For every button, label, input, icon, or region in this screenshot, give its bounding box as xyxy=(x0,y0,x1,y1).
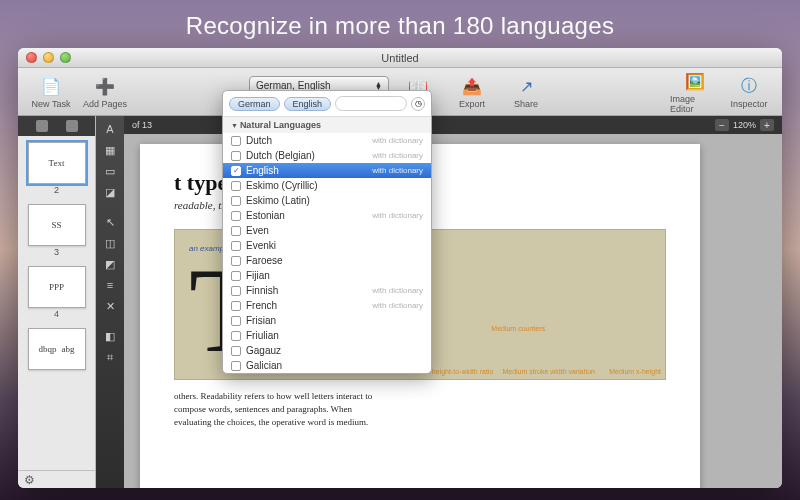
annotation-stroke: Medium stroke width variation xyxy=(502,368,595,375)
picture-area-tool-icon[interactable]: ▭ xyxy=(100,162,120,180)
language-name: Estonian xyxy=(246,210,285,221)
recent-icon[interactable]: ◷ xyxy=(411,97,425,111)
language-name: Faroese xyxy=(246,255,283,266)
language-name: Galician xyxy=(246,360,282,371)
chevron-updown-icon: ▲▼ xyxy=(375,82,382,90)
language-option[interactable]: Galician xyxy=(223,358,431,373)
language-option[interactable]: Fijian xyxy=(223,268,431,283)
window-title: Untitled xyxy=(18,52,782,64)
crop-tool-icon[interactable]: ⌗ xyxy=(100,348,120,366)
language-option[interactable]: Eskimo (Latin) xyxy=(223,193,431,208)
language-pill-german[interactable]: German xyxy=(229,97,280,111)
thumbnails-list[interactable]: Text2SS3PPP4dbqpabg xyxy=(18,136,95,470)
inspector-button[interactable]: ⓘ Inspector xyxy=(724,74,774,109)
language-name: Dutch xyxy=(246,135,272,146)
order-tool-icon[interactable]: ≡ xyxy=(100,276,120,294)
checkbox-icon[interactable] xyxy=(231,136,241,146)
checkbox-icon[interactable] xyxy=(231,301,241,311)
language-pill-english[interactable]: English xyxy=(284,97,332,111)
inspector-label: Inspector xyxy=(730,99,767,109)
share-label: Share xyxy=(514,99,538,109)
tool-palette: A ▦ ▭ ◪ ↖ ◫ ◩ ≡ ✕ ◧ ⌗ xyxy=(96,116,124,488)
checkbox-icon[interactable]: ✓ xyxy=(231,166,241,176)
language-name: Finnish xyxy=(246,285,278,296)
zoom-in-button[interactable]: + xyxy=(760,119,774,131)
language-list[interactable]: Dutchwith dictionaryDutch (Belgian)with … xyxy=(223,133,431,373)
checkbox-icon[interactable] xyxy=(231,241,241,251)
dictionary-badge: with dictionary xyxy=(372,286,423,295)
checkbox-icon[interactable] xyxy=(231,256,241,266)
checkbox-icon[interactable] xyxy=(231,151,241,161)
checkbox-icon[interactable] xyxy=(231,181,241,191)
thumb-view-icon[interactable] xyxy=(36,120,48,132)
thumbnail-page-number: 2 xyxy=(54,185,59,195)
dictionary-badge: with dictionary xyxy=(372,151,423,160)
new-task-button[interactable]: 📄 New Task xyxy=(26,74,76,109)
thumbnail-page[interactable]: dbqpabg xyxy=(28,328,86,370)
checkbox-icon[interactable] xyxy=(231,286,241,296)
thumbnails-footer: ⚙ xyxy=(18,470,95,488)
zoom-value: 120% xyxy=(733,120,756,130)
thumbnail-page[interactable]: Text2 xyxy=(28,142,86,184)
share-button[interactable]: ↗ Share xyxy=(501,74,551,109)
checkbox-icon[interactable] xyxy=(231,196,241,206)
add-part-tool-icon[interactable]: ◫ xyxy=(100,234,120,252)
zoom-out-button[interactable]: − xyxy=(715,119,729,131)
language-popover: German English ◷ Natural Languages Dutch… xyxy=(222,90,432,374)
language-option[interactable]: Frenchwith dictionary xyxy=(223,298,431,313)
checkbox-icon[interactable] xyxy=(231,331,241,341)
delete-tool-icon[interactable]: ✕ xyxy=(100,297,120,315)
language-option[interactable]: Evenki xyxy=(223,238,431,253)
language-name: Even xyxy=(246,225,269,236)
language-section-header[interactable]: Natural Languages xyxy=(223,117,431,133)
dictionary-badge: with dictionary xyxy=(372,166,423,175)
language-option[interactable]: Estonianwith dictionary xyxy=(223,208,431,223)
checkbox-icon[interactable] xyxy=(231,361,241,371)
language-name: English xyxy=(246,165,279,176)
checkbox-icon[interactable] xyxy=(231,211,241,221)
language-option[interactable]: Dutch (Belgian)with dictionary xyxy=(223,148,431,163)
checkbox-icon[interactable] xyxy=(231,226,241,236)
dictionary-badge: with dictionary xyxy=(372,301,423,310)
background-area-tool-icon[interactable]: ◪ xyxy=(100,183,120,201)
cut-part-tool-icon[interactable]: ◩ xyxy=(100,255,120,273)
language-option[interactable]: Frisian xyxy=(223,313,431,328)
add-pages-icon: ➕ xyxy=(91,74,119,98)
language-search-input[interactable] xyxy=(335,96,407,111)
language-name: Eskimo (Cyrillic) xyxy=(246,180,318,191)
thumbnails-header xyxy=(18,116,95,136)
language-option[interactable]: Faroese xyxy=(223,253,431,268)
language-option[interactable]: Finnishwith dictionary xyxy=(223,283,431,298)
thumbnail-page-number: 3 xyxy=(54,247,59,257)
export-label: Export xyxy=(459,99,485,109)
gear-icon[interactable]: ⚙ xyxy=(24,473,35,487)
language-option[interactable]: Even xyxy=(223,223,431,238)
language-name: Fijian xyxy=(246,270,270,281)
annotation-xh: Medium x-height xyxy=(609,368,661,375)
export-button[interactable]: 📤 Export xyxy=(447,74,497,109)
pointer-tool-icon[interactable]: ↖ xyxy=(100,213,120,231)
language-option[interactable]: Gagauz xyxy=(223,343,431,358)
image-editor-button[interactable]: 🖼️ Image Editor xyxy=(670,69,720,114)
language-name: Friulian xyxy=(246,330,279,341)
body-paragraph: others. Readability refers to how well l… xyxy=(174,390,374,429)
language-option[interactable]: Dutchwith dictionary xyxy=(223,133,431,148)
language-name: Frisian xyxy=(246,315,276,326)
inspector-icon: ⓘ xyxy=(735,74,763,98)
checkbox-icon[interactable] xyxy=(231,316,241,326)
list-view-icon[interactable] xyxy=(66,120,78,132)
text-area-tool-icon[interactable]: A xyxy=(100,120,120,138)
checkbox-icon[interactable] xyxy=(231,271,241,281)
language-option[interactable]: ✓Englishwith dictionary xyxy=(223,163,431,178)
language-option[interactable]: Eskimo (Cyrillic) xyxy=(223,178,431,193)
table-area-tool-icon[interactable]: ▦ xyxy=(100,141,120,159)
checkbox-icon[interactable] xyxy=(231,346,241,356)
add-pages-button[interactable]: ➕ Add Pages xyxy=(80,74,130,109)
popover-header: German English ◷ xyxy=(223,91,431,117)
language-name: Dutch (Belgian) xyxy=(246,150,315,161)
thumbnail-page[interactable]: PPP4 xyxy=(28,266,86,308)
image-editor-label: Image Editor xyxy=(670,94,720,114)
thumbnail-page[interactable]: SS3 xyxy=(28,204,86,246)
language-option[interactable]: Friulian xyxy=(223,328,431,343)
eraser-tool-icon[interactable]: ◧ xyxy=(100,327,120,345)
